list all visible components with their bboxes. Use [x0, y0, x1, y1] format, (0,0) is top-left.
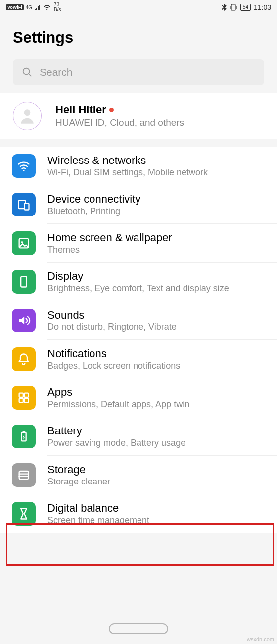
item-title: Storage: [47, 463, 270, 476]
svg-rect-0: [231, 4, 235, 10]
vibrate-icon: [230, 4, 237, 11]
svg-rect-12: [19, 398, 23, 402]
item-subtitle: Badges, Lock screen notifications: [47, 361, 270, 371]
item-subtitle: Permissions, Default apps, App twin: [47, 399, 270, 410]
data-speed: 73 B/s: [54, 2, 61, 12]
settings-item-notifications[interactable]: Notifications Badges, Lock screen notifi…: [0, 340, 277, 378]
svg-rect-16: [19, 471, 29, 479]
search-icon: [22, 67, 33, 78]
item-subtitle: Screen time management: [47, 515, 270, 526]
svg-rect-9: [21, 277, 27, 287]
item-text: Wireless & networks Wi-Fi, Dual SIM sett…: [47, 154, 270, 178]
item-subtitle: Bluetooth, Printing: [47, 206, 270, 216]
item-title: Notifications: [47, 347, 270, 360]
item-subtitle: Brightness, Eye comfort, Text and displa…: [47, 283, 270, 294]
item-subtitle: Wi-Fi, Dual SIM settings, Mobile network: [47, 167, 270, 178]
svg-point-4: [23, 170, 25, 171]
settings-item-digital[interactable]: Digital balance Screen time management: [0, 494, 277, 533]
account-text: Heil Hitler HUAWEI ID, Cloud, and others: [55, 104, 264, 128]
battery-icon: [12, 425, 36, 448]
item-title: Display: [47, 270, 270, 283]
settings-item-display[interactable]: Display Brightness, Eye comfort, Text an…: [0, 263, 277, 301]
apps-icon: [12, 386, 36, 410]
bluetooth-icon: [222, 4, 227, 11]
svg-line-2: [29, 74, 32, 77]
battery-indicator: 54: [240, 4, 251, 11]
connect-icon: [12, 193, 36, 216]
balance-icon: [12, 502, 36, 526]
item-text: Home screen & wallpaper Themes: [47, 231, 270, 255]
item-text: Sounds Do not disturb, Ringtone, Vibrate: [47, 309, 270, 332]
header: Settings: [0, 15, 277, 55]
item-subtitle: Themes: [47, 245, 270, 255]
settings-item-device[interactable]: Device connectivity Bluetooth, Printing: [0, 185, 277, 224]
item-title: Device connectivity: [47, 193, 270, 206]
item-text: Device connectivity Bluetooth, Printing: [47, 193, 270, 216]
item-title: Wireless & networks: [47, 154, 270, 167]
status-left: VoWiFi 4G 73 B/s: [6, 2, 61, 12]
nav-pill[interactable]: [109, 623, 168, 634]
avatar: [13, 102, 42, 130]
svg-rect-11: [24, 393, 28, 397]
watermark: wsxdn.com: [247, 636, 274, 642]
settings-item-battery[interactable]: Battery Power saving mode, Battery usage: [0, 417, 277, 456]
svg-rect-13: [24, 398, 28, 402]
signal-icon: [34, 4, 41, 10]
item-subtitle: Do not disturb, Ringtone, Vibrate: [47, 322, 270, 332]
sound-icon: [12, 309, 36, 332]
settings-item-wireless[interactable]: Wireless & networks Wi-Fi, Dual SIM sett…: [0, 147, 277, 185]
item-subtitle: Storage cleaner: [47, 477, 270, 487]
item-text: Storage Storage cleaner: [47, 463, 270, 487]
svg-rect-15: [23, 431, 25, 432]
vowifi-badge: VoWiFi: [6, 4, 24, 10]
status-bar: VoWiFi 4G 73 B/s 54 11:03: [0, 0, 277, 15]
svg-point-1: [23, 68, 30, 75]
svg-rect-6: [24, 204, 29, 210]
item-title: Apps: [47, 386, 270, 399]
settings-item-home[interactable]: Home screen & wallpaper Themes: [0, 224, 277, 263]
page-title: Settings: [13, 29, 264, 47]
item-title: Sounds: [47, 309, 270, 322]
item-text: Digital balance Screen time management: [47, 502, 270, 526]
search-placeholder: Search: [40, 66, 73, 78]
item-text: Display Brightness, Eye comfort, Text an…: [47, 270, 270, 294]
item-title: Battery: [47, 425, 270, 437]
clock: 11:03: [254, 3, 271, 11]
svg-point-3: [24, 109, 31, 116]
account-row[interactable]: Heil Hitler HUAWEI ID, Cloud, and others: [0, 93, 277, 139]
notification-dot: [109, 108, 114, 112]
settings-item-sounds[interactable]: Sounds Do not disturb, Ringtone, Vibrate: [0, 301, 277, 340]
item-text: Apps Permissions, Default apps, App twin: [47, 386, 270, 410]
bell-icon: [12, 347, 36, 371]
settings-item-apps[interactable]: Apps Permissions, Default apps, App twin: [0, 378, 277, 417]
wifi-status-icon: [43, 4, 51, 10]
svg-rect-10: [19, 393, 23, 397]
item-title: Digital balance: [47, 502, 270, 515]
settings-list: Wireless & networks Wi-Fi, Dual SIM sett…: [0, 147, 277, 533]
status-right: 54 11:03: [222, 3, 271, 11]
settings-item-storage[interactable]: Storage Storage cleaner: [0, 456, 277, 494]
svg-point-8: [21, 241, 23, 243]
phone-icon: [12, 270, 36, 294]
account-subtitle: HUAWEI ID, Cloud, and others: [55, 117, 264, 128]
image-icon: [12, 231, 36, 255]
search-bar[interactable]: Search: [13, 59, 264, 85]
wifi-icon: [12, 154, 36, 178]
account-name: Heil Hitler: [55, 104, 106, 116]
item-title: Home screen & wallpaper: [47, 231, 270, 244]
item-subtitle: Power saving mode, Battery usage: [47, 438, 270, 448]
item-text: Battery Power saving mode, Battery usage: [47, 425, 270, 448]
storage-icon: [12, 463, 36, 487]
item-text: Notifications Badges, Lock screen notifi…: [47, 347, 270, 371]
network-type: 4G: [26, 5, 32, 10]
